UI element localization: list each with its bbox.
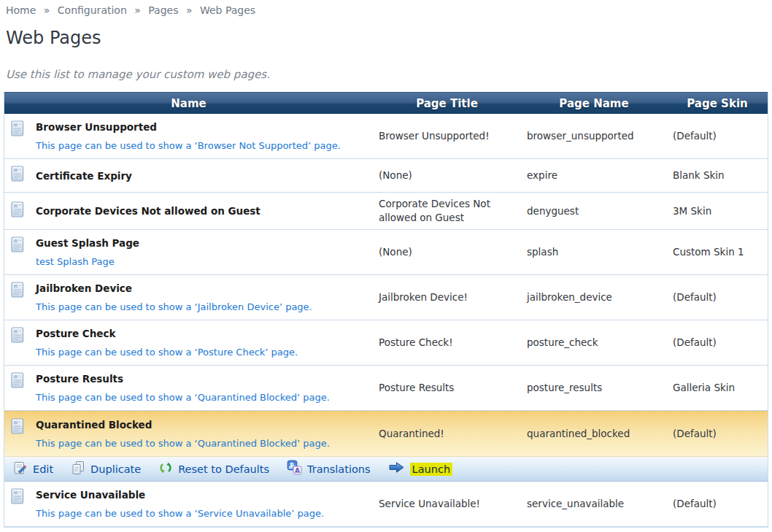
- edit-label: Edit: [33, 463, 53, 476]
- page-row-description-link[interactable]: test Splash Page: [36, 255, 139, 269]
- page-title-cell: Posture Check!: [373, 320, 521, 365]
- page-title-cell: Browser Unsupported!: [373, 114, 521, 158]
- translations-button[interactable]: あ A Translations: [287, 460, 371, 478]
- launch-label: Launch: [410, 463, 453, 476]
- table-row[interactable]: Guest Splash Page test Splash Page (None…: [4, 230, 768, 275]
- reset-to-defaults-button[interactable]: Reset to Defaults: [158, 460, 269, 478]
- duplicate-button[interactable]: Duplicate: [71, 460, 141, 478]
- duplicate-label: Duplicate: [90, 463, 141, 476]
- page-row-description-link[interactable]: This page can be used to show a ‘Jailbro…: [36, 301, 312, 314]
- name-stack: Browser Unsupported This page can be use…: [36, 120, 341, 153]
- name-cell: Service Unavailable This page can be use…: [4, 482, 373, 526]
- name-stack: Guest Splash Page test Splash Page: [36, 236, 139, 269]
- page-row-description-link[interactable]: This page can be used to show a ‘Quarant…: [36, 437, 330, 450]
- page-row-description-link[interactable]: This page can be used to show a ‘Browser…: [36, 139, 341, 153]
- name-cell: Posture Check This page can be used to s…: [4, 320, 373, 365]
- page-row-name: Posture Results: [36, 371, 330, 386]
- page-skin-cell: (Default): [667, 275, 768, 320]
- action-bar: Edit Duplicate Reset to Defaults: [4, 457, 768, 482]
- breadcrumb-configuration[interactable]: Configuration: [58, 4, 127, 16]
- name-stack: Corporate Devices Not allowed on Guest: [36, 203, 260, 219]
- breadcrumb: Home » Configuration » Pages » Web Pages: [6, 4, 772, 16]
- page-name-cell: splash: [521, 230, 667, 274]
- page-row-name: Quarantined Blocked: [36, 417, 330, 432]
- page-row-name: Posture Check: [36, 326, 298, 341]
- table-row[interactable]: Browser Unsupported This page can be use…: [4, 114, 768, 159]
- name-stack: Certificate Expiry: [36, 168, 132, 184]
- name-stack: Posture Results This page can be used to…: [36, 371, 330, 404]
- breadcrumb-home[interactable]: Home: [6, 4, 36, 16]
- document-icon: [11, 120, 25, 141]
- document-icon: [11, 418, 25, 439]
- page-title-cell: Jailbroken Device!: [373, 275, 521, 320]
- name-cell: Posture Results This page can be used to…: [4, 366, 373, 410]
- name-stack: Posture Check This page can be used to s…: [36, 326, 298, 359]
- page-skin-cell: 3M Skin: [667, 193, 768, 229]
- page-name-cell: expire: [521, 159, 667, 192]
- table-row[interactable]: Posture Check This page can be used to s…: [4, 320, 768, 366]
- reset-icon: [158, 460, 173, 478]
- name-stack: Service Unavailable This page can be use…: [36, 487, 324, 520]
- page-title-cell: (None): [373, 159, 521, 192]
- reset-to-defaults-label: Reset to Defaults: [178, 463, 269, 476]
- document-icon: [11, 236, 25, 257]
- document-icon: [11, 327, 25, 347]
- page-skin-cell: Galleria Skin: [667, 366, 768, 410]
- page-title-cell: Quarantined!: [373, 412, 521, 456]
- column-header-page-name[interactable]: Page Name: [521, 97, 667, 110]
- web-pages-table: Name Page Title Page Name Page Skin Brow…: [4, 92, 768, 528]
- page-row-name: Corporate Devices Not allowed on Guest: [36, 204, 260, 218]
- launch-button[interactable]: Launch: [388, 461, 453, 477]
- table-row[interactable]: Posture Results This page can be used to…: [4, 366, 768, 411]
- page-title-cell: Service Unavailable!: [373, 482, 521, 526]
- name-cell: Certificate Expiry: [4, 159, 373, 192]
- table-row[interactable]: Certificate Expiry (None) expire Blank S…: [4, 159, 768, 193]
- name-cell: Browser Unsupported This page can be use…: [4, 114, 373, 158]
- translations-icon: あ A: [287, 460, 302, 478]
- page-name-cell: browser_unsupported: [521, 114, 667, 158]
- page-skin-cell: (Default): [667, 114, 768, 158]
- translations-label: Translations: [307, 463, 371, 476]
- document-icon: [11, 372, 25, 393]
- page-row-name: Service Unavailable: [36, 487, 324, 502]
- duplicate-icon: [71, 460, 85, 478]
- page-name-cell: denyguest: [521, 193, 667, 229]
- document-icon: [11, 166, 25, 186]
- page-name-cell: quarantined_blocked: [521, 412, 667, 456]
- name-stack: Quarantined Blocked This page can be use…: [36, 417, 330, 450]
- page-skin-cell: Custom Skin 1: [667, 230, 768, 274]
- name-cell: Jailbroken Device This page can be used …: [4, 275, 373, 320]
- breadcrumb-separator: »: [44, 4, 50, 16]
- page-name-cell: jailbroken_device: [521, 275, 667, 320]
- page-skin-cell: (Default): [667, 412, 768, 456]
- page-row-description-link[interactable]: This page can be used to show a ‘Quarant…: [36, 391, 330, 404]
- page-skin-cell: Blank Skin: [667, 159, 768, 192]
- page-title: Web Pages: [6, 28, 772, 48]
- page-row-name: Guest Splash Page: [36, 236, 139, 250]
- page-row-description-link[interactable]: This page can be used to show a ‘Posture…: [36, 346, 298, 359]
- table-row[interactable]: Service Unavailable This page can be use…: [4, 482, 768, 527]
- table-body: Browser Unsupported This page can be use…: [4, 114, 768, 527]
- document-icon: [11, 201, 25, 222]
- table-row[interactable]: Quarantined Blocked This page can be use…: [4, 411, 768, 457]
- breadcrumb-separator: »: [134, 4, 141, 16]
- name-cell: Quarantined Blocked This page can be use…: [4, 412, 373, 456]
- breadcrumb-pages[interactable]: Pages: [148, 4, 178, 16]
- column-header-page-title[interactable]: Page Title: [373, 97, 521, 110]
- breadcrumb-separator: »: [186, 4, 193, 16]
- page-description: Use this list to manage your custom web …: [6, 68, 772, 81]
- page-title-cell: Posture Results: [373, 366, 521, 410]
- table-row[interactable]: Jailbroken Device This page can be used …: [4, 275, 768, 320]
- page-name-cell: posture_check: [521, 320, 667, 365]
- column-header-name[interactable]: Name: [4, 97, 373, 110]
- table-row[interactable]: Corporate Devices Not allowed on Guest C…: [4, 193, 768, 230]
- page-skin-cell: (Default): [667, 482, 768, 526]
- breadcrumb-web-pages: Web Pages: [200, 4, 255, 16]
- page-title-cell: (None): [373, 230, 521, 274]
- document-icon: [11, 282, 25, 302]
- column-header-page-skin[interactable]: Page Skin: [667, 97, 768, 110]
- edit-icon: [13, 460, 28, 478]
- edit-button[interactable]: Edit: [13, 460, 53, 478]
- page-row-description-link[interactable]: This page can be used to show a ‘Service…: [36, 507, 324, 520]
- page-row-name: Jailbroken Device: [36, 281, 312, 296]
